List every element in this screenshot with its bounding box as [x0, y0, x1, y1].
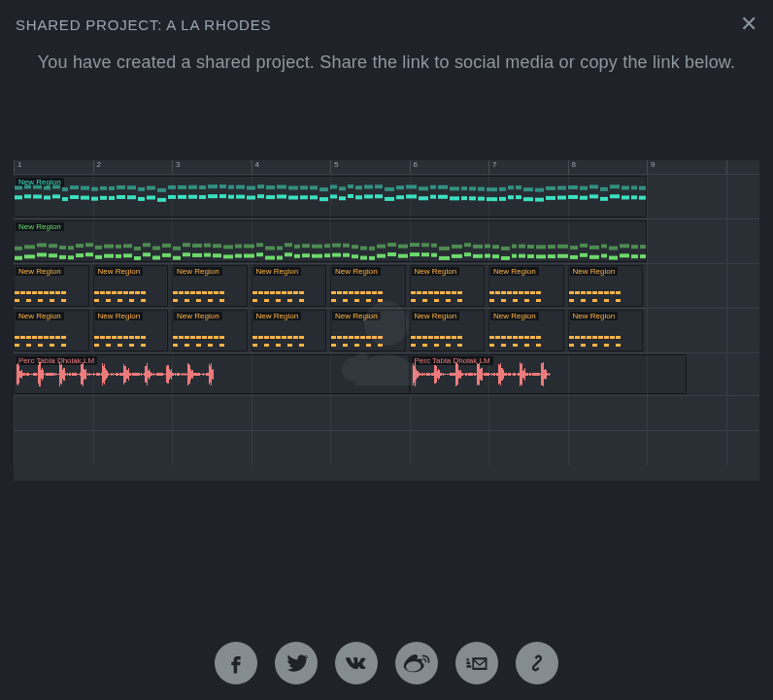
region-label: New Region — [490, 312, 539, 320]
region: New Region — [93, 265, 169, 307]
region: New Region — [488, 310, 564, 351]
region-label: New Region — [16, 222, 64, 231]
track: Perc Tabla Dholak LMPerc Tabla Dholak LM — [14, 352, 759, 395]
ruler-number: 4 — [255, 160, 259, 169]
region-label: New Region — [332, 312, 381, 320]
mail-share-button[interactable] — [455, 642, 498, 684]
ruler-number: 8 — [572, 160, 576, 169]
ruler-segment: 6 — [410, 160, 489, 174]
region-label: New Region — [490, 267, 539, 276]
region-label: New Region — [174, 312, 222, 320]
share-project-modal: SHARED PROJECT: A LA RHODES ✕ You have c… — [0, 0, 773, 700]
region-label: New Region — [570, 312, 619, 320]
facebook-share-button[interactable] — [215, 642, 257, 684]
project-preview: 12345678910 New RegionNew RegionNew Regi… — [14, 160, 759, 481]
mail-icon — [463, 650, 490, 677]
tracks-container: New RegionNew RegionNew RegionNew Region… — [14, 174, 759, 465]
ruler-segment: 2 — [93, 160, 173, 174]
region-label: New Region — [95, 312, 144, 320]
region: New Region — [330, 310, 406, 351]
link-share-button[interactable] — [516, 642, 558, 684]
twitter-share-button[interactable] — [275, 642, 318, 684]
region: New Region — [14, 310, 89, 351]
region: New Region — [410, 265, 486, 307]
region: New Region — [93, 310, 169, 351]
ruler-number: 1 — [17, 160, 21, 169]
track-empty — [14, 430, 759, 465]
ruler-segment: 4 — [252, 160, 331, 174]
ruler-segment: 7 — [488, 160, 568, 174]
region-label: New Region — [16, 312, 64, 320]
close-icon[interactable]: ✕ — [740, 14, 757, 35]
facebook-icon — [222, 650, 250, 677]
ruler-segment — [726, 160, 760, 174]
region-label: New Region — [570, 267, 619, 276]
ruler-number: 7 — [492, 160, 496, 169]
region: New Region — [172, 265, 248, 307]
ruler-segment: 1 — [14, 160, 93, 174]
weibo-icon — [403, 650, 430, 677]
ruler-number: 9 — [651, 160, 655, 169]
track-empty — [14, 395, 759, 430]
region-label: New Region — [174, 267, 222, 276]
modal-title: SHARED PROJECT: A LA RHODES — [16, 17, 271, 33]
link-icon — [523, 650, 551, 677]
region: New Region — [568, 310, 644, 351]
ruler-segment: 5 — [330, 160, 410, 174]
ruler-number: 6 — [414, 160, 418, 169]
region-label: New Region — [95, 267, 144, 276]
ruler-number: 5 — [334, 160, 338, 169]
region: New Region — [14, 265, 89, 307]
vk-share-button[interactable] — [335, 642, 378, 684]
track: New RegionNew RegionNew RegionNew Region… — [14, 308, 759, 352]
social-share-bar — [0, 642, 773, 684]
modal-header: SHARED PROJECT: A LA RHODES ✕ — [14, 0, 759, 52]
track: New RegionNew RegionNew RegionNew Region… — [14, 263, 759, 308]
track: New Region — [14, 174, 759, 218]
ruler-number: 2 — [97, 160, 101, 169]
ruler-number: 3 — [176, 160, 180, 169]
region: Perc Tabla Dholak LM — [410, 354, 687, 394]
timeline-ruler: 12345678910 — [14, 160, 759, 174]
vk-icon — [343, 650, 370, 677]
region-label: New Region — [412, 267, 460, 276]
region-label: New Region — [253, 312, 302, 320]
region-label: New Region — [253, 267, 302, 276]
weibo-share-button[interactable] — [395, 642, 438, 684]
track: New Region — [14, 218, 759, 263]
region: New Region — [252, 310, 327, 351]
region: New Region — [568, 265, 644, 307]
ruler-segment: 9 — [647, 160, 726, 174]
region-label: New Region — [16, 267, 64, 276]
region: New Region — [14, 176, 647, 217]
region: New Region — [488, 265, 564, 307]
ruler-segment: 3 — [172, 160, 252, 174]
region: New Region — [330, 265, 406, 307]
region: New Region — [14, 220, 647, 262]
modal-subtitle: You have created a shared project. Share… — [31, 52, 742, 73]
region: Perc Tabla Dholak LM — [14, 354, 410, 394]
twitter-icon — [283, 650, 310, 677]
region: New Region — [410, 310, 486, 351]
region: New Region — [252, 265, 327, 307]
region-label: New Region — [412, 312, 460, 320]
region-label: New Region — [332, 267, 381, 276]
region: New Region — [172, 310, 248, 351]
ruler-segment: 8 — [568, 160, 648, 174]
